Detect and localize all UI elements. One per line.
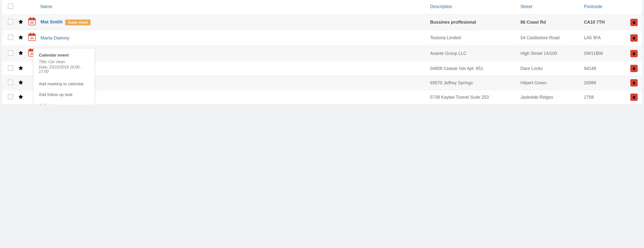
row-checkbox-cell [2, 46, 16, 61]
star-icon[interactable] [18, 35, 24, 40]
contacts-table: Name Description Street Postcode 22Mat S… [2, 0, 642, 105]
row-description: 69570 Jeffrey Springs [428, 76, 518, 90]
row-checkbox-cell [2, 90, 16, 105]
row-postcode: LA6 9FA [582, 30, 628, 46]
calendar-day: 23 [29, 36, 35, 40]
row-delete-cell [628, 61, 642, 76]
delete-button[interactable] [630, 34, 638, 42]
popover-heading: Calendar event [39, 53, 89, 58]
star-icon[interactable] [18, 50, 24, 56]
header-postcode[interactable]: Postcode [582, 0, 628, 15]
star-icon[interactable] [18, 65, 24, 71]
table-row: 23Marta DaimnyTestoria Limited54 Castled… [2, 30, 642, 46]
delete-button[interactable] [630, 79, 638, 87]
row-postcode: 26989 [582, 76, 628, 90]
header-calendar-cell [26, 0, 38, 15]
calendar-popover: Calendar event Title: Car clean Date: 23… [33, 48, 95, 105]
header-checkbox-cell [2, 0, 16, 15]
header-name[interactable]: Name [38, 0, 428, 15]
row-street: 86 Coast Rd [518, 15, 582, 30]
popover-header: Calendar event Title: Car clean Date: 23… [34, 49, 94, 77]
table-header-row: Name Description Street Postcode [2, 0, 642, 15]
row-name-cell: Martin KowalskyVIP [38, 46, 428, 61]
popover-actions: Add meeting to calendarAdd follow up tas… [34, 79, 94, 105]
row-delete-cell [628, 15, 642, 30]
row-checkbox[interactable] [8, 94, 13, 99]
row-street: 54 Castledore Road [518, 30, 582, 46]
select-all-checkbox[interactable] [8, 3, 13, 9]
header-street[interactable]: Street [518, 0, 582, 15]
row-description: 5738 Kaylee Tunnel Suite 253 [428, 90, 518, 105]
header-star-cell [16, 0, 26, 15]
popover-action[interactable]: Add note [34, 100, 94, 105]
delete-button[interactable] [630, 50, 638, 57]
row-postcode: SW11BW [582, 46, 628, 61]
calendar-icon[interactable]: 22 [28, 18, 36, 25]
row-checkbox[interactable] [8, 80, 13, 85]
row-street: Jaskolski Ridges [518, 90, 582, 105]
star-icon[interactable] [18, 19, 24, 24]
row-description: Asante Group LLC [428, 46, 518, 61]
row-name-cell [38, 61, 428, 76]
table-row: 04808 Ceasar Isle Apt. 651Dare Locks9414… [2, 61, 642, 76]
row-star-cell [16, 76, 26, 90]
row-delete-cell [628, 30, 642, 46]
row-checkbox-cell [2, 30, 16, 46]
row-star-cell [16, 46, 26, 61]
delete-button[interactable] [630, 94, 638, 101]
calendar-day: 22 [29, 20, 35, 25]
row-street: Dare Locks [518, 61, 582, 76]
row-name-cell [38, 90, 428, 105]
row-name-cell: Marta Daimny [38, 30, 428, 46]
header-delete-cell [628, 0, 642, 15]
calendar-icon[interactable]: 23 [28, 34, 36, 41]
tag-badge: Super client [65, 19, 90, 25]
contact-name-link[interactable]: Mat Smith [40, 19, 63, 24]
row-delete-cell [628, 46, 642, 61]
row-checkbox[interactable] [8, 19, 13, 24]
popover-action[interactable]: Add follow up task [34, 89, 94, 100]
row-checkbox-cell [2, 15, 16, 30]
table-row: 23Martin KowalskyVIPAsante Group LLCHigh… [2, 46, 642, 61]
row-postcode: CA10 7TH [582, 15, 628, 30]
row-postcode: 94148 [582, 61, 628, 76]
contact-name-link[interactable]: Marta Daimny [40, 35, 69, 40]
star-icon[interactable] [18, 80, 24, 85]
row-checkbox[interactable] [8, 50, 13, 56]
row-name-cell: Mat SmithSuper client [38, 15, 428, 30]
row-star-cell [16, 90, 26, 105]
row-name-cell: tag2tag3 [38, 76, 428, 90]
row-description: 04808 Ceasar Isle Apt. 651 [428, 61, 518, 76]
row-checkbox[interactable] [8, 35, 13, 40]
row-delete-cell [628, 90, 642, 105]
header-description[interactable]: Description [428, 0, 518, 15]
row-street: Hilpert Green [518, 76, 582, 90]
row-checkbox-cell [2, 61, 16, 76]
row-star-cell [16, 61, 26, 76]
row-checkbox-cell [2, 76, 16, 90]
row-star-cell [16, 30, 26, 46]
table-row: 5738 Kaylee Tunnel Suite 253Jaskolski Ri… [2, 90, 642, 105]
row-description: Bussines proffesional [428, 15, 518, 30]
table-row: tag2tag369570 Jeffrey SpringsHilpert Gre… [2, 76, 642, 90]
row-postcode: 1758 [582, 90, 628, 105]
popover-event-date: Date: 23/10/2019 16:00 - 17:00 [39, 65, 89, 74]
row-star-cell [16, 15, 26, 30]
delete-button[interactable] [630, 19, 638, 26]
row-street: High Street 14/100 [518, 46, 582, 61]
delete-button[interactable] [630, 65, 638, 72]
star-icon[interactable] [18, 94, 24, 99]
table-row: 22Mat SmithSuper clientBussines proffesi… [2, 15, 642, 30]
popover-action[interactable]: Add meeting to calendar [34, 79, 94, 89]
row-delete-cell [628, 76, 642, 90]
row-checkbox[interactable] [8, 65, 13, 71]
row-calendar-cell: 23 [26, 30, 38, 46]
row-description: Testoria Limited [428, 30, 518, 46]
popover-event-title: Title: Car clean [39, 60, 89, 64]
row-calendar-cell: 22 [26, 15, 38, 30]
